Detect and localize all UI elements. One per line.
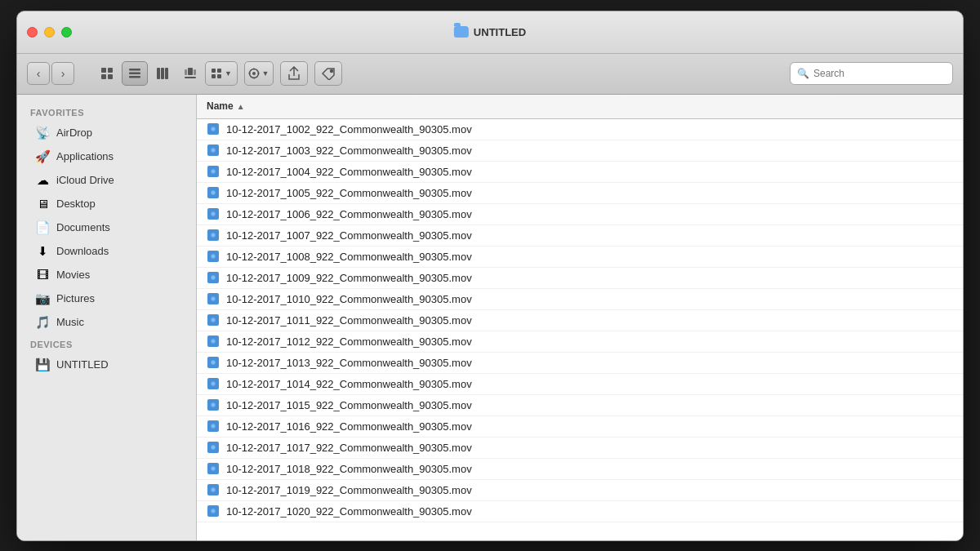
mov-icon xyxy=(207,144,219,156)
svg-rect-14 xyxy=(212,69,216,73)
share-button[interactable] xyxy=(280,61,308,86)
sidebar-item-documents[interactable]: 📄 Documents xyxy=(22,216,191,239)
sidebar-item-movies[interactable]: 🎞 Movies xyxy=(22,264,191,287)
mov-icon xyxy=(207,166,219,177)
file-icon-9 xyxy=(207,313,220,327)
file-row[interactable]: 10-12-2017_1011_922_Commonwealth_90305.m… xyxy=(197,310,963,331)
devices-section-label: Devices xyxy=(17,335,196,353)
maximize-button[interactable] xyxy=(61,27,72,38)
sidebar-item-untitled[interactable]: 💾 UNTITLED xyxy=(22,353,191,376)
file-row[interactable]: 10-12-2017_1005_922_Commonwealth_90305.m… xyxy=(197,183,963,204)
file-icon-6 xyxy=(207,250,220,263)
file-name-1: 10-12-2017_1003_922_Commonwealth_90305.m… xyxy=(226,144,472,157)
mov-dot xyxy=(210,402,216,408)
file-row[interactable]: 10-12-2017_1004_922_Commonwealth_90305.m… xyxy=(197,162,963,183)
name-column-header[interactable]: Name ▲ xyxy=(207,100,953,112)
icloud-drive-icon: ☁ xyxy=(35,173,50,188)
downloads-icon: ⬇ xyxy=(35,244,50,259)
sidebar-item-desktop[interactable]: 🖥 Desktop xyxy=(22,193,191,216)
svg-rect-2 xyxy=(101,74,106,79)
mov-dot xyxy=(210,338,216,344)
svg-rect-8 xyxy=(161,68,164,79)
mov-dot xyxy=(210,253,216,260)
mov-dot xyxy=(210,508,216,514)
icon-view-button[interactable] xyxy=(94,61,120,86)
file-name-12: 10-12-2017_1014_922_Commonwealth_90305.m… xyxy=(226,378,472,390)
svg-rect-5 xyxy=(129,73,140,75)
file-row[interactable]: 10-12-2017_1003_922_Commonwealth_90305.m… xyxy=(197,140,963,162)
file-row[interactable]: 10-12-2017_1007_922_Commonwealth_90305.m… xyxy=(197,225,963,247)
mov-icon xyxy=(207,187,219,198)
minimize-button[interactable] xyxy=(44,27,55,38)
column-view-button[interactable] xyxy=(149,61,176,86)
sidebar-item-label-airdrop: AirDrop xyxy=(56,127,92,139)
file-row[interactable]: 10-12-2017_1012_922_Commonwealth_90305.m… xyxy=(197,331,963,353)
sidebar-item-downloads[interactable]: ⬇ Downloads xyxy=(22,240,191,263)
file-name-9: 10-12-2017_1011_922_Commonwealth_90305.m… xyxy=(226,314,472,327)
file-row[interactable]: 10-12-2017_1010_922_Commonwealth_90305.m… xyxy=(197,289,963,310)
sidebar-item-label-untitled: UNTITLED xyxy=(56,358,109,371)
svg-rect-7 xyxy=(157,68,160,79)
file-name-5: 10-12-2017_1007_922_Commonwealth_90305.m… xyxy=(226,229,472,242)
file-row[interactable]: 10-12-2017_1017_922_Commonwealth_90305.m… xyxy=(197,438,963,459)
mov-icon xyxy=(207,378,219,389)
action-button[interactable]: ▼ xyxy=(244,61,274,86)
search-input[interactable] xyxy=(813,68,946,79)
mov-icon xyxy=(207,463,219,474)
file-icon-16 xyxy=(207,462,220,475)
mov-dot xyxy=(210,168,216,175)
search-bar[interactable]: 🔍 xyxy=(790,62,953,85)
sidebar-item-pictures[interactable]: 📷 Pictures xyxy=(22,287,191,310)
file-row[interactable]: 10-12-2017_1020_922_Commonwealth_90305.m… xyxy=(197,501,963,522)
file-row[interactable]: 10-12-2017_1014_922_Commonwealth_90305.m… xyxy=(197,374,963,395)
list-view-button[interactable] xyxy=(122,61,148,86)
mov-icon xyxy=(207,272,219,283)
file-icon-5 xyxy=(207,229,220,242)
file-list: 10-12-2017_1002_922_Commonwealth_90305.m… xyxy=(197,119,963,540)
tag-button[interactable] xyxy=(314,61,342,86)
sidebar-devices: 💾 UNTITLED xyxy=(17,353,196,376)
file-row[interactable]: 10-12-2017_1002_922_Commonwealth_90305.m… xyxy=(197,119,963,140)
svg-point-19 xyxy=(252,72,256,75)
sidebar-item-label-documents: Documents xyxy=(56,221,110,233)
file-row[interactable]: 10-12-2017_1006_922_Commonwealth_90305.m… xyxy=(197,204,963,225)
window-title-area: UNTITLED xyxy=(454,26,526,38)
coverflow-view-button[interactable] xyxy=(177,61,203,86)
mov-icon xyxy=(207,484,219,495)
file-row[interactable]: 10-12-2017_1019_922_Commonwealth_90305.m… xyxy=(197,480,963,501)
mov-dot xyxy=(210,317,216,323)
file-icon-2 xyxy=(207,165,220,178)
view-buttons: ▼ xyxy=(94,61,238,86)
mov-dot xyxy=(210,444,216,451)
file-row[interactable]: 10-12-2017_1015_922_Commonwealth_90305.m… xyxy=(197,395,963,416)
close-button[interactable] xyxy=(27,27,38,38)
documents-icon: 📄 xyxy=(35,220,50,235)
group-view-button[interactable]: ▼ xyxy=(205,61,238,86)
file-name-10: 10-12-2017_1012_922_Commonwealth_90305.m… xyxy=(226,335,472,348)
mov-icon xyxy=(207,420,219,432)
svg-rect-1 xyxy=(108,68,113,73)
sidebar-item-label-desktop: Desktop xyxy=(56,198,96,210)
mov-dot xyxy=(210,232,216,238)
file-row[interactable]: 10-12-2017_1018_922_Commonwealth_90305.m… xyxy=(197,459,963,480)
file-row[interactable]: 10-12-2017_1009_922_Commonwealth_90305.m… xyxy=(197,268,963,289)
sidebar-item-airdrop[interactable]: 📡 AirDrop xyxy=(22,122,191,144)
mov-dot xyxy=(210,147,216,153)
file-icon-15 xyxy=(207,441,220,454)
sidebar-item-music[interactable]: 🎵 Music xyxy=(22,311,191,334)
file-name-11: 10-12-2017_1013_922_Commonwealth_90305.m… xyxy=(226,357,472,369)
mov-dot xyxy=(210,423,216,429)
sidebar-item-icloud-drive[interactable]: ☁ iCloud Drive xyxy=(22,169,191,192)
back-button[interactable]: ‹ xyxy=(27,62,50,85)
sidebar-item-label-music: Music xyxy=(56,316,84,328)
sidebar-item-applications[interactable]: 🚀 Applications xyxy=(22,145,191,168)
sidebar-item-label-pictures: Pictures xyxy=(56,292,95,304)
forward-button[interactable]: › xyxy=(51,62,74,85)
file-icon-14 xyxy=(207,420,220,433)
file-row[interactable]: 10-12-2017_1016_922_Commonwealth_90305.m… xyxy=(197,416,963,438)
file-row[interactable]: 10-12-2017_1013_922_Commonwealth_90305.m… xyxy=(197,353,963,374)
mov-icon xyxy=(207,399,219,411)
file-icon-13 xyxy=(207,398,220,411)
file-row[interactable]: 10-12-2017_1008_922_Commonwealth_90305.m… xyxy=(197,247,963,268)
mov-dot xyxy=(210,274,216,281)
